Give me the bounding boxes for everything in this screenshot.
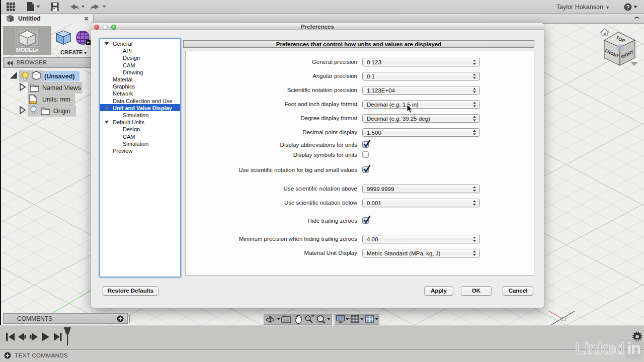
svg-text:Units: mm: Units: mm	[42, 96, 70, 103]
svg-text:Origin: Origin	[53, 108, 70, 115]
svg-text:(Unsaved): (Unsaved)	[44, 73, 74, 80]
svg-text:?: ?	[626, 4, 629, 11]
svg-text:Named Views: Named Views	[42, 84, 81, 92]
